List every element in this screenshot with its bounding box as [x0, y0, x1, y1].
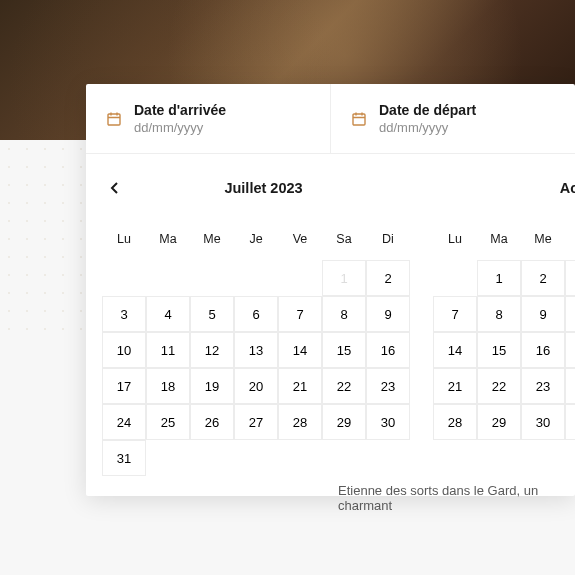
day-blank: [433, 260, 477, 296]
day-blank: [190, 440, 234, 476]
day-cell[interactable]: 2: [521, 260, 565, 296]
day-blank: [322, 440, 366, 476]
day-cell[interactable]: 17: [565, 332, 575, 368]
day-cell[interactable]: 1: [477, 260, 521, 296]
day-cell[interactable]: 24: [102, 404, 146, 440]
day-cell[interactable]: 10: [565, 296, 575, 332]
departure-placeholder: dd/mm/yyyy: [379, 120, 476, 135]
day-cell[interactable]: 21: [433, 368, 477, 404]
day-cell[interactable]: 21: [278, 368, 322, 404]
departure-label: Date de départ: [379, 102, 476, 118]
day-cell[interactable]: 28: [278, 404, 322, 440]
day-cell[interactable]: 22: [477, 368, 521, 404]
month-title: Août 2023: [560, 180, 575, 196]
day-cell[interactable]: 5: [190, 296, 234, 332]
month-august: Août 2023 LuMaMeJeVeSaDi1234567891011121…: [433, 172, 575, 476]
weekday-header: Lu: [433, 222, 477, 260]
calendar-icon: [351, 111, 367, 127]
day-cell[interactable]: 15: [477, 332, 521, 368]
day-blank: [234, 440, 278, 476]
day-blank: [278, 260, 322, 296]
day-cell[interactable]: 19: [190, 368, 234, 404]
day-cell: 1: [322, 260, 366, 296]
weekday-header: Ve: [278, 222, 322, 260]
day-cell[interactable]: 25: [146, 404, 190, 440]
day-cell[interactable]: 23: [366, 368, 410, 404]
day-cell[interactable]: 3: [565, 260, 575, 296]
day-cell[interactable]: 22: [322, 368, 366, 404]
weekday-header: Me: [190, 222, 234, 260]
day-cell[interactable]: 28: [433, 404, 477, 440]
weekday-header: Je: [234, 222, 278, 260]
weekday-header: Je: [565, 222, 575, 260]
day-cell[interactable]: 27: [234, 404, 278, 440]
day-cell[interactable]: 16: [366, 332, 410, 368]
day-cell[interactable]: 7: [278, 296, 322, 332]
description-text: Etienne des sorts dans le Gard, un charm…: [338, 483, 575, 513]
day-cell[interactable]: 12: [190, 332, 234, 368]
arrival-field[interactable]: Date d'arrivée dd/mm/yyyy: [86, 84, 330, 153]
calendar-icon: [106, 111, 122, 127]
day-cell[interactable]: 31: [102, 440, 146, 476]
day-cell[interactable]: 14: [433, 332, 477, 368]
weekday-header: Sa: [322, 222, 366, 260]
day-cell[interactable]: 8: [477, 296, 521, 332]
day-cell[interactable]: 6: [234, 296, 278, 332]
day-cell[interactable]: 24: [565, 368, 575, 404]
day-cell[interactable]: 14: [278, 332, 322, 368]
month-july: Juillet 2023 LuMaMeJeVeSaDi1234567891011…: [102, 172, 425, 476]
day-cell[interactable]: 2: [366, 260, 410, 296]
day-cell[interactable]: 9: [366, 296, 410, 332]
date-fields: Date d'arrivée dd/mm/yyyy Date de départ…: [86, 84, 575, 154]
day-cell[interactable]: 29: [477, 404, 521, 440]
day-cell[interactable]: 3: [102, 296, 146, 332]
day-cell[interactable]: 31: [565, 404, 575, 440]
svg-rect-1: [353, 114, 365, 125]
arrival-label: Date d'arrivée: [134, 102, 226, 118]
prev-month-button[interactable]: [102, 176, 126, 200]
svg-rect-0: [108, 114, 120, 125]
day-cell[interactable]: 17: [102, 368, 146, 404]
day-cell[interactable]: 9: [521, 296, 565, 332]
day-cell[interactable]: 30: [366, 404, 410, 440]
weekday-header: Di: [366, 222, 410, 260]
day-cell[interactable]: 4: [146, 296, 190, 332]
day-blank: [366, 440, 410, 476]
day-blank: [234, 260, 278, 296]
day-cell[interactable]: 13: [234, 332, 278, 368]
day-cell[interactable]: 23: [521, 368, 565, 404]
weekday-header: Lu: [102, 222, 146, 260]
day-cell[interactable]: 29: [322, 404, 366, 440]
day-cell[interactable]: 11: [146, 332, 190, 368]
day-cell[interactable]: 20: [234, 368, 278, 404]
month1-grid: LuMaMeJeVeSaDi12345678910111213141516171…: [102, 222, 425, 476]
arrival-placeholder: dd/mm/yyyy: [134, 120, 226, 135]
day-cell[interactable]: 30: [521, 404, 565, 440]
day-blank: [146, 260, 190, 296]
day-cell[interactable]: 10: [102, 332, 146, 368]
date-picker-panel: Date d'arrivée dd/mm/yyyy Date de départ…: [86, 84, 575, 496]
weekday-header: Ma: [146, 222, 190, 260]
day-cell[interactable]: 18: [146, 368, 190, 404]
day-blank: [278, 440, 322, 476]
decorative-pattern: [0, 140, 90, 340]
month2-grid: LuMaMeJeVeSaDi12345678910111213141516171…: [433, 222, 575, 440]
day-cell[interactable]: 7: [433, 296, 477, 332]
day-cell[interactable]: 8: [322, 296, 366, 332]
day-cell[interactable]: 15: [322, 332, 366, 368]
weekday-header: Me: [521, 222, 565, 260]
day-blank: [146, 440, 190, 476]
day-cell[interactable]: 16: [521, 332, 565, 368]
day-blank: [190, 260, 234, 296]
departure-field[interactable]: Date de départ dd/mm/yyyy: [330, 84, 575, 153]
day-blank: [102, 260, 146, 296]
calendar-months: Juillet 2023 LuMaMeJeVeSaDi1234567891011…: [86, 154, 575, 496]
weekday-header: Ma: [477, 222, 521, 260]
day-cell[interactable]: 26: [190, 404, 234, 440]
month-title: Juillet 2023: [224, 180, 302, 196]
